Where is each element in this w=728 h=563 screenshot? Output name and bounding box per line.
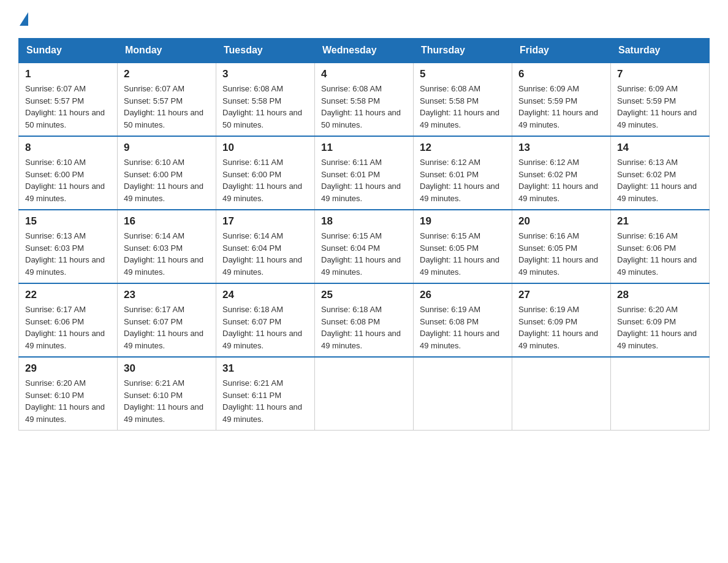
day-number: 15 — [25, 215, 111, 228]
logo — [18, 12, 29, 26]
calendar-header-sunday: Sunday — [19, 39, 118, 63]
calendar-cell: 7Sunrise: 6:09 AMSunset: 5:59 PMDaylight… — [611, 63, 710, 136]
day-number: 21 — [617, 215, 703, 228]
page-header — [18, 12, 710, 26]
calendar-cell: 27Sunrise: 6:19 AMSunset: 6:09 PMDayligh… — [512, 283, 611, 357]
day-info: Sunrise: 6:17 AMSunset: 6:06 PMDaylight:… — [25, 304, 111, 351]
calendar-cell: 31Sunrise: 6:21 AMSunset: 6:11 PMDayligh… — [216, 357, 315, 431]
day-number: 23 — [124, 289, 210, 301]
day-info: Sunrise: 6:08 AMSunset: 5:58 PMDaylight:… — [321, 83, 407, 131]
day-number: 26 — [420, 289, 506, 301]
calendar-cell: 17Sunrise: 6:14 AMSunset: 6:04 PMDayligh… — [216, 210, 315, 283]
calendar-week-row: 8Sunrise: 6:10 AMSunset: 6:00 PMDaylight… — [19, 136, 710, 210]
day-info: Sunrise: 6:16 AMSunset: 6:05 PMDaylight:… — [518, 230, 604, 278]
day-number: 16 — [124, 215, 210, 228]
day-number: 18 — [321, 215, 407, 228]
day-number: 3 — [222, 68, 308, 80]
day-info: Sunrise: 6:08 AMSunset: 5:58 PMDaylight:… — [420, 83, 506, 131]
day-info: Sunrise: 6:18 AMSunset: 6:08 PMDaylight:… — [321, 304, 407, 351]
calendar-cell: 14Sunrise: 6:13 AMSunset: 6:02 PMDayligh… — [611, 136, 710, 210]
day-info: Sunrise: 6:14 AMSunset: 6:03 PMDaylight:… — [124, 230, 210, 278]
calendar-week-row: 1Sunrise: 6:07 AMSunset: 5:57 PMDaylight… — [19, 63, 710, 136]
calendar-cell: 12Sunrise: 6:12 AMSunset: 6:01 PMDayligh… — [414, 136, 512, 210]
calendar-cell: 21Sunrise: 6:16 AMSunset: 6:06 PMDayligh… — [611, 210, 710, 283]
day-info: Sunrise: 6:19 AMSunset: 6:08 PMDaylight:… — [420, 304, 506, 351]
calendar-cell: 18Sunrise: 6:15 AMSunset: 6:04 PMDayligh… — [315, 210, 414, 283]
calendar-cell: 1Sunrise: 6:07 AMSunset: 5:57 PMDaylight… — [19, 63, 118, 136]
calendar-cell: 30Sunrise: 6:21 AMSunset: 6:10 PMDayligh… — [118, 357, 216, 431]
calendar-header-wednesday: Wednesday — [315, 39, 414, 63]
day-info: Sunrise: 6:17 AMSunset: 6:07 PMDaylight:… — [124, 304, 210, 351]
calendar-cell: 26Sunrise: 6:19 AMSunset: 6:08 PMDayligh… — [414, 283, 512, 357]
day-info: Sunrise: 6:12 AMSunset: 6:02 PMDaylight:… — [518, 156, 604, 204]
day-number: 27 — [518, 289, 604, 301]
day-info: Sunrise: 6:10 AMSunset: 6:00 PMDaylight:… — [25, 156, 111, 204]
day-info: Sunrise: 6:20 AMSunset: 6:09 PMDaylight:… — [617, 304, 703, 351]
calendar-cell — [414, 357, 512, 431]
calendar-header-tuesday: Tuesday — [216, 39, 315, 63]
day-info: Sunrise: 6:09 AMSunset: 5:59 PMDaylight:… — [617, 83, 703, 131]
calendar-header-row: SundayMondayTuesdayWednesdayThursdayFrid… — [19, 39, 710, 63]
day-info: Sunrise: 6:13 AMSunset: 6:02 PMDaylight:… — [617, 156, 703, 204]
day-info: Sunrise: 6:15 AMSunset: 6:04 PMDaylight:… — [321, 230, 407, 278]
day-info: Sunrise: 6:16 AMSunset: 6:06 PMDaylight:… — [617, 230, 703, 278]
calendar-cell: 6Sunrise: 6:09 AMSunset: 5:59 PMDaylight… — [512, 63, 611, 136]
calendar-cell: 29Sunrise: 6:20 AMSunset: 6:10 PMDayligh… — [19, 357, 118, 431]
day-number: 14 — [617, 142, 703, 154]
day-info: Sunrise: 6:08 AMSunset: 5:58 PMDaylight:… — [222, 83, 308, 131]
day-info: Sunrise: 6:21 AMSunset: 6:11 PMDaylight:… — [222, 377, 308, 425]
calendar-cell: 8Sunrise: 6:10 AMSunset: 6:00 PMDaylight… — [19, 136, 118, 210]
day-number: 25 — [321, 289, 407, 301]
day-number: 24 — [222, 289, 308, 301]
day-number: 2 — [124, 68, 210, 80]
calendar-cell: 16Sunrise: 6:14 AMSunset: 6:03 PMDayligh… — [118, 210, 216, 283]
day-number: 1 — [25, 68, 111, 80]
day-info: Sunrise: 6:19 AMSunset: 6:09 PMDaylight:… — [518, 304, 604, 351]
calendar-header-saturday: Saturday — [611, 39, 710, 63]
day-info: Sunrise: 6:14 AMSunset: 6:04 PMDaylight:… — [222, 230, 308, 278]
calendar-cell: 15Sunrise: 6:13 AMSunset: 6:03 PMDayligh… — [19, 210, 118, 283]
day-number: 6 — [518, 68, 604, 80]
day-info: Sunrise: 6:13 AMSunset: 6:03 PMDaylight:… — [25, 230, 111, 278]
day-number: 12 — [420, 142, 506, 154]
calendar-cell: 24Sunrise: 6:18 AMSunset: 6:07 PMDayligh… — [216, 283, 315, 357]
calendar-header-thursday: Thursday — [414, 39, 512, 63]
day-number: 13 — [518, 142, 604, 154]
calendar-cell: 4Sunrise: 6:08 AMSunset: 5:58 PMDaylight… — [315, 63, 414, 136]
day-number: 9 — [124, 142, 210, 154]
day-number: 19 — [420, 215, 506, 228]
logo-triangle-icon — [20, 12, 28, 26]
calendar-week-row: 22Sunrise: 6:17 AMSunset: 6:06 PMDayligh… — [19, 283, 710, 357]
day-number: 30 — [124, 362, 210, 375]
day-number: 20 — [518, 215, 604, 228]
calendar-week-row: 29Sunrise: 6:20 AMSunset: 6:10 PMDayligh… — [19, 357, 710, 431]
calendar-cell — [611, 357, 710, 431]
day-number: 28 — [617, 289, 703, 301]
day-info: Sunrise: 6:09 AMSunset: 5:59 PMDaylight:… — [518, 83, 604, 131]
calendar-cell: 25Sunrise: 6:18 AMSunset: 6:08 PMDayligh… — [315, 283, 414, 357]
day-number: 22 — [25, 289, 111, 301]
calendar-cell: 10Sunrise: 6:11 AMSunset: 6:00 PMDayligh… — [216, 136, 315, 210]
calendar-cell: 28Sunrise: 6:20 AMSunset: 6:09 PMDayligh… — [611, 283, 710, 357]
day-info: Sunrise: 6:10 AMSunset: 6:00 PMDaylight:… — [124, 156, 210, 204]
day-number: 10 — [222, 142, 308, 154]
day-number: 17 — [222, 215, 308, 228]
day-number: 29 — [25, 362, 111, 375]
day-info: Sunrise: 6:18 AMSunset: 6:07 PMDaylight:… — [222, 304, 308, 351]
day-info: Sunrise: 6:07 AMSunset: 5:57 PMDaylight:… — [124, 83, 210, 131]
calendar-table: SundayMondayTuesdayWednesdayThursdayFrid… — [18, 38, 710, 431]
calendar-cell: 22Sunrise: 6:17 AMSunset: 6:06 PMDayligh… — [19, 283, 118, 357]
calendar-cell: 11Sunrise: 6:11 AMSunset: 6:01 PMDayligh… — [315, 136, 414, 210]
calendar-cell: 19Sunrise: 6:15 AMSunset: 6:05 PMDayligh… — [414, 210, 512, 283]
day-info: Sunrise: 6:12 AMSunset: 6:01 PMDaylight:… — [420, 156, 506, 204]
calendar-cell: 3Sunrise: 6:08 AMSunset: 5:58 PMDaylight… — [216, 63, 315, 136]
calendar-cell: 5Sunrise: 6:08 AMSunset: 5:58 PMDaylight… — [414, 63, 512, 136]
calendar-header-monday: Monday — [118, 39, 216, 63]
day-number: 5 — [420, 68, 506, 80]
day-info: Sunrise: 6:11 AMSunset: 6:01 PMDaylight:… — [321, 156, 407, 204]
calendar-cell — [315, 357, 414, 431]
calendar-cell — [512, 357, 611, 431]
day-number: 31 — [222, 362, 308, 375]
day-number: 8 — [25, 142, 111, 154]
day-info: Sunrise: 6:15 AMSunset: 6:05 PMDaylight:… — [420, 230, 506, 278]
